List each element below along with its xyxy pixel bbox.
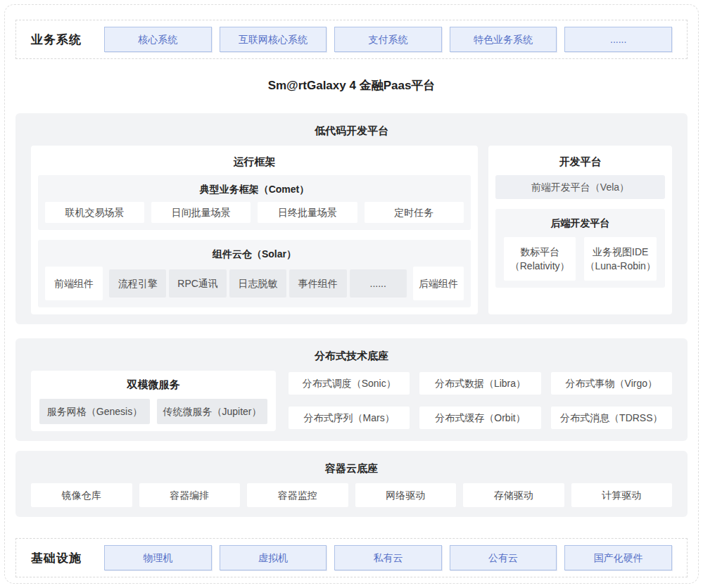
page-title: Sm@rtGalaxy 4 金融Paas平台	[5, 70, 698, 101]
infrastructure-box: 公有云	[450, 545, 557, 570]
dual-mode-panel: 双模微服务 服务网格（Genesis） 传统微服务（Jupiter）	[31, 371, 276, 431]
infrastructure-box: 物理机	[104, 545, 212, 570]
backend-dev-item-line1: 业务视图IDE	[584, 245, 657, 259]
infrastructure-row: 基础设施 物理机 虚拟机 私有云 公有云 国产化硬件	[15, 538, 688, 577]
business-system-box: 支付系统	[334, 27, 442, 52]
dev-platform-panel: 开发平台 前端开发平台（Vela） 后端开发平台 数标平台 （Relativit…	[488, 146, 672, 314]
runtime-framework-panel: 运行框架 典型业务框架（Comet） 联机交易场景 日间批量场景 日终批量场景 …	[31, 146, 478, 314]
solar-subpanel: 组件云仓（Solar） 前端组件 流程引擎 RPC通讯 日志脱敏 事件组件 ..…	[38, 240, 471, 307]
low-code-platform-body: 运行框架 典型业务框架（Comet） 联机交易场景 日间批量场景 日终批量场景 …	[31, 146, 672, 314]
business-systems-row: 业务系统 核心系统 互联网核心系统 支付系统 特色业务系统 ......	[15, 20, 688, 59]
distributed-item: 分布式缓存（Orbit）	[419, 407, 540, 429]
container-item: 容器监控	[247, 483, 348, 507]
low-code-platform-title: 低代码开发平台	[31, 122, 672, 140]
container-item: 容器编排	[139, 483, 241, 507]
backend-dev-items: 数标平台 （Relativity） 业务视图IDE （Luna-Robin）	[504, 237, 657, 281]
distributed-base-title: 分布式技术底座	[31, 347, 672, 365]
distributed-base-body: 双模微服务 服务网格（Genesis） 传统微服务（Jupiter） 分布式调度…	[31, 371, 672, 431]
business-system-box: 特色业务系统	[450, 27, 557, 52]
dev-platform-title: 开发平台	[495, 153, 665, 171]
comet-subpanel: 典型业务框架（Comet） 联机交易场景 日间批量场景 日终批量场景 定时任务	[38, 175, 471, 230]
comet-item: 日终批量场景	[258, 202, 357, 223]
infrastructure-items: 物理机 虚拟机 私有云 公有云 国产化硬件	[104, 545, 672, 570]
solar-chip: 事件组件	[289, 269, 346, 298]
architecture-diagram-card: 业务系统 核心系统 互联网核心系统 支付系统 特色业务系统 ...... Sm@…	[4, 4, 699, 584]
solar-back-components: 后端组件	[413, 267, 464, 300]
infrastructure-label: 基础设施	[31, 550, 104, 566]
comet-item: 联机交易场景	[45, 202, 144, 223]
comet-item: 日间批量场景	[151, 202, 251, 223]
backend-dev-subpanel: 后端开发平台 数标平台 （Relativity） 业务视图IDE （Luna-R…	[495, 209, 665, 288]
container-item: 存储驱动	[463, 483, 564, 507]
distributed-grid: 分布式调度（Sonic） 分布式数据（Libra） 分布式事物（Virgo） 分…	[289, 372, 672, 431]
infrastructure-box: 私有云	[334, 545, 442, 570]
backend-dev-title: 后端开发平台	[504, 215, 657, 231]
dual-mode-item: 传统微服务（Jupiter）	[157, 399, 267, 424]
solar-front-components: 前端组件	[45, 267, 103, 300]
comet-item: 定时任务	[365, 202, 464, 223]
business-systems-items: 核心系统 互联网核心系统 支付系统 特色业务系统 ......	[104, 27, 672, 52]
business-systems-label: 业务系统	[31, 32, 104, 48]
runtime-framework-title: 运行框架	[38, 153, 471, 171]
container-base-section: 容器云底座 镜像仓库 容器编排 容器监控 网络驱动 存储驱动 计算驱动	[15, 451, 688, 517]
solar-items: 前端组件 流程引擎 RPC通讯 日志脱敏 事件组件 ...... 后端组件	[45, 267, 464, 300]
solar-chip: 日志脱敏	[229, 269, 286, 298]
container-item: 镜像仓库	[31, 483, 132, 507]
dual-mode-items: 服务网格（Genesis） 传统微服务（Jupiter）	[39, 399, 267, 424]
solar-title: 组件云仓（Solar）	[45, 245, 464, 262]
solar-chip: RPC通讯	[169, 269, 226, 298]
backend-dev-item: 数标平台 （Relativity）	[504, 237, 576, 281]
distributed-item: 分布式数据（Libra）	[419, 372, 540, 395]
comet-items: 联机交易场景 日间批量场景 日终批量场景 定时任务	[45, 202, 464, 223]
solar-chip: ......	[350, 269, 407, 298]
container-item: 网络驱动	[355, 483, 457, 507]
backend-dev-item-line2: （Luna-Robin）	[584, 259, 657, 273]
distributed-item: 分布式事物（Virgo）	[551, 372, 672, 395]
container-item: 计算驱动	[571, 483, 673, 507]
infrastructure-box: 国产化硬件	[564, 545, 672, 570]
frontend-dev-platform-box: 前端开发平台（Vela）	[495, 175, 665, 199]
business-system-box: ......	[564, 27, 672, 52]
business-system-box: 核心系统	[104, 27, 212, 52]
comet-title: 典型业务框架（Comet）	[45, 181, 464, 198]
container-base-items: 镜像仓库 容器编排 容器监控 网络驱动 存储驱动 计算驱动	[31, 483, 672, 507]
container-base-title: 容器云底座	[31, 459, 672, 478]
dual-mode-title: 双模微服务	[39, 376, 267, 393]
solar-chips: 流程引擎 RPC通讯 日志脱敏 事件组件 ......	[109, 269, 407, 298]
backend-dev-item-line1: 数标平台	[504, 245, 576, 259]
backend-dev-item-line2: （Relativity）	[504, 259, 576, 273]
distributed-item: 分布式消息（TDRSS）	[551, 407, 672, 429]
dual-mode-item: 服务网格（Genesis）	[39, 399, 150, 424]
distributed-item: 分布式调度（Sonic）	[289, 372, 410, 395]
solar-chip: 流程引擎	[109, 269, 166, 298]
distributed-base-section: 分布式技术底座 双模微服务 服务网格（Genesis） 传统微服务（Jupite…	[15, 338, 688, 441]
business-system-box: 互联网核心系统	[220, 27, 327, 52]
low-code-platform-section: 低代码开发平台 运行框架 典型业务框架（Comet） 联机交易场景 日间批量场景…	[15, 113, 688, 324]
distributed-item: 分布式序列（Mars）	[289, 407, 410, 429]
backend-dev-item: 业务视图IDE （Luna-Robin）	[584, 237, 657, 281]
infrastructure-box: 虚拟机	[220, 545, 327, 570]
